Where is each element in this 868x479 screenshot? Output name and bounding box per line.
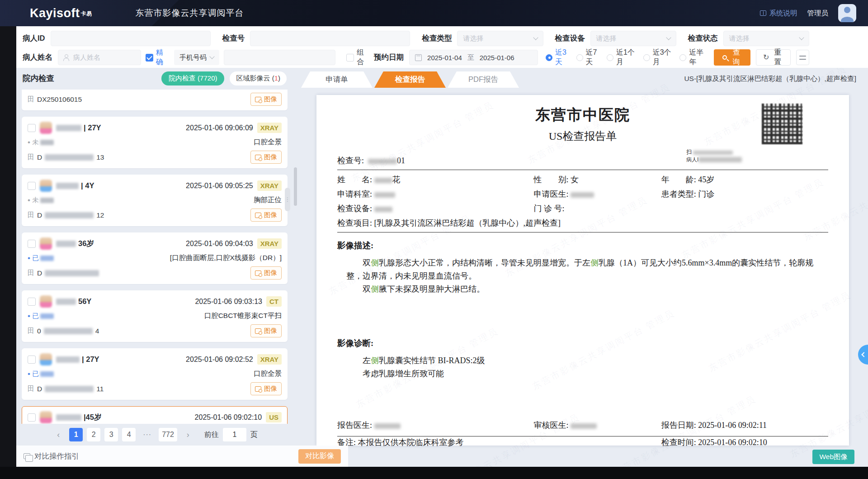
exact-match-checkbox[interactable]: 精确 [146,48,167,67]
quick-range-radio[interactable]: 近3天 [546,48,569,67]
user-avatar[interactable] [838,4,856,22]
layout-settings-button[interactable] [796,50,809,65]
exam-description: 口腔全景 [254,369,282,379]
checkbox-checked-icon[interactable] [146,54,153,62]
page-button[interactable]: 4 [122,428,136,441]
report-paper: 东营市中医院 US检查报告单 扫 病人I 检查号: 01 姓 名: 花 性 别:… [316,95,849,446]
page-button[interactable]: 3 [104,428,118,441]
divider [337,232,828,232]
list-item[interactable]: |45岁 2025-01-06 09:02:10 US •已 [乳腺及其引流区淋… [22,406,288,424]
exam-item-field: 检查项目: [乳腺及其引流区淋巴结彩超（乳腺中心）,超声检查] [337,218,828,228]
exam-description: 胸部正位 [254,195,282,205]
quick-range-radio[interactable]: 近1个月 [607,48,636,67]
collapse-panel-handle[interactable] [858,345,868,365]
report-area: 申请单 检查报告 PDF报告 US-[乳腺及其引流区淋巴结彩超（乳腺中心）,超声… [293,68,868,467]
web-image-button[interactable]: Web图像 [812,450,854,464]
list-item[interactable]: | 27Y 2025-01-06 09:06:09 XRAY •未 口腔全景 田… [22,117,288,168]
patient-id-label: 病人ID [23,33,45,43]
date-range-picker[interactable]: 2025-01-04 至 2025-01-06 [409,50,538,65]
page-button[interactable]: 2 [87,428,100,441]
list-item[interactable]: | 4Y 2025-01-06 09:05:25 XRAY •未 胸部正位 田D… [22,175,288,226]
image-button[interactable]: 图像 [250,151,282,164]
system-help-link[interactable]: 系统说明 [760,9,797,18]
chevron-down-icon [533,35,538,40]
exam-datetime: 2025-01-06 09:03:13 [195,298,262,306]
item-checkbox[interactable] [28,182,36,190]
image-button[interactable]: 图像 [250,324,282,337]
patient-id-input[interactable] [51,31,211,46]
patient-name-age: | 27Y [56,123,101,132]
exam-type-select[interactable]: 请选择 [457,31,543,46]
diagnosis-body: 左侧乳腺囊实性结节 BI-RADS:2级 考虑乳腺增生所致可能 [346,354,828,380]
exam-status-label: 检查状态 [688,33,718,43]
film-grid-icon: 田 [28,95,34,104]
quick-range-radio[interactable]: 近半年 [679,48,705,67]
exam-status-select[interactable]: 请选择 [723,31,809,46]
logo-suffix: 卡易 [81,10,92,17]
quick-range-radio[interactable]: 近7天 [576,48,599,67]
date-to[interactable]: 2025-01-06 [480,54,514,62]
tab-regional-cloud[interactable]: 区域影像云 (1) [230,71,287,85]
current-exam-context: US-[乳腺及其引流区淋巴结彩超（乳腺中心）,超声检查] [684,74,856,84]
exam-no-label: 检查号 [222,33,245,43]
list-item[interactable]: | 27Y 2025-01-06 09:02:52 XRAY •已 口腔全景 田… [22,348,288,400]
tab-internal-exams[interactable]: 院内检查 (7720) [161,71,225,85]
tab-exam-report[interactable]: 检查报告 [374,71,446,88]
modality-badge: XRAY [257,354,282,365]
compare-footer-bar: 对比操作指引 对比影像 [16,446,348,467]
chevron-down-icon [666,35,671,40]
combo-checkbox[interactable]: 组合 [346,48,368,67]
compare-images-button[interactable]: 对比影像 [298,449,341,464]
image-button[interactable]: 图像 [250,266,282,280]
request-doctor-field: 申请医生: [533,189,661,199]
next-page-button[interactable]: › [181,428,195,441]
exam-datetime: 2025-01-06 09:02:52 [186,356,253,364]
checkbox-unchecked-icon[interactable] [346,54,354,62]
username-label: 管理员 [807,9,829,18]
exam-no-input[interactable] [250,31,410,46]
patient-avatar [40,122,52,134]
image-button[interactable]: 图像 [250,93,282,106]
request-dept-field: 申请科室: [337,189,533,199]
bottom-edge-strip [0,467,868,479]
phone-field-select[interactable]: 手机号码 [174,50,220,65]
patient-avatar [40,353,52,365]
patient-type-field: 患者类型: 门诊 [661,189,828,199]
image-button[interactable]: 图像 [250,382,282,395]
page-button[interactable]: 1 [69,428,83,441]
date-from[interactable]: 2025-01-04 [427,54,462,62]
note-row: 备注: 本报告仅供本院临床科室参考 检查时间: 2025-01-06 09:02… [337,437,828,448]
exam-datetime: 2025-01-06 09:04:03 [186,240,253,248]
modality-badge: XRAY [257,238,282,249]
page-button[interactable]: 772 [159,428,177,441]
prev-page-button[interactable]: ‹ [52,428,65,441]
item-checkbox[interactable] [28,298,36,306]
exam-time-field: 检查时间: 2025-01-06 09:02:10 [661,437,828,448]
chevron-down-icon [209,54,214,59]
panel-drag-handle[interactable]: ⋮ [285,188,290,211]
item-checkbox[interactable] [28,356,36,364]
list-scrollbar[interactable] [294,167,297,206]
item-checkbox[interactable] [28,124,36,132]
hospital-name: 东营市中医院 [337,105,828,125]
reset-button[interactable]: ↻ 重置 [756,49,791,66]
compare-icon [24,453,30,459]
list-item[interactable]: 36岁 2025-01-06 09:04:03 XRAY •已 [口腔曲面断层,… [22,232,288,284]
search-button[interactable]: 查询 [714,49,750,66]
item-checkbox[interactable] [28,240,36,248]
tab-pdf-report[interactable]: PDF报告 [448,71,519,88]
image-button[interactable]: 图像 [250,209,282,222]
quick-range-radio[interactable]: 近3个月 [643,48,672,67]
phone-number-input[interactable] [224,50,335,65]
list-item[interactable]: 56Y 2025-01-06 09:03:13 CT •已 口腔CBCT锥形束C… [22,290,288,342]
panel-title: 院内检查 [23,73,54,84]
accession-number: 田D13 [28,153,104,161]
item-checkbox[interactable] [28,413,36,422]
tab-request-form[interactable]: 申请单 [301,71,373,88]
goto-page-input[interactable] [223,428,246,441]
exam-description: 口腔CBCT锥形束CT平扫 [204,311,282,321]
compare-guide-link[interactable]: 对比操作指引 [24,451,79,461]
exam-device-select[interactable]: 请选择 [590,31,676,46]
patient-name-input[interactable]: 病人姓名 [58,50,141,65]
list-item-partial[interactable]: 田DX250106015 图像 [22,90,288,110]
